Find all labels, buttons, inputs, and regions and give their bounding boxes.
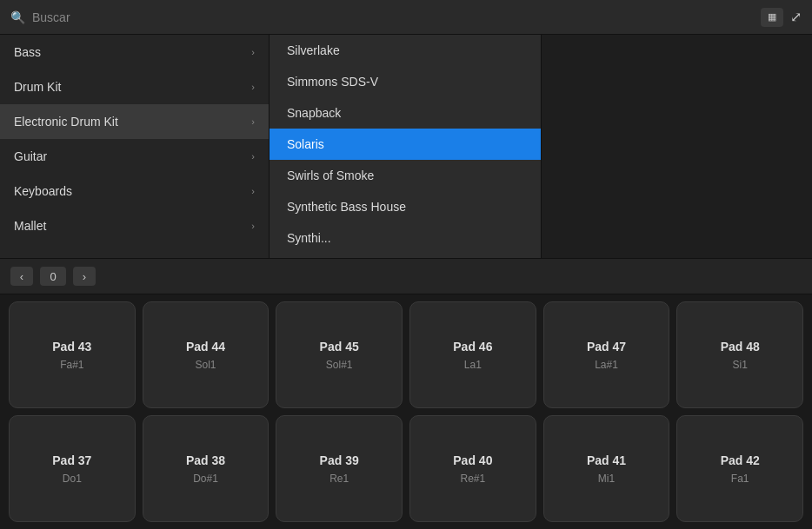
content-wrapper: Bass›Drum Kit›Electronic Drum Kit›Guitar… (0, 35, 812, 529)
pad-name: Pad 41 (587, 453, 626, 467)
pad-pad-41[interactable]: Pad 41Mi1 (543, 415, 670, 522)
prev-page-button[interactable]: ‹ (10, 267, 33, 286)
pad-note: Re#1 (461, 473, 486, 485)
dropdown-item-2[interactable]: Snapback (270, 97, 541, 129)
dropdown-item-0[interactable]: Silverlake (270, 35, 541, 66)
grid-view-button[interactable]: ▦ (761, 8, 783, 27)
pad-note: Do#1 (193, 473, 218, 485)
sidebar-item-electronic-drum-kit[interactable]: Electronic Drum Kit› (0, 104, 269, 139)
pad-pad-37[interactable]: Pad 37Do1 (9, 415, 136, 522)
search-icon: 🔍 (10, 10, 25, 24)
chevron-right-icon: › (251, 47, 255, 57)
pad-name: Pad 46 (453, 340, 492, 354)
pad-pad-47[interactable]: Pad 47La#1 (543, 301, 670, 408)
pad-name: Pad 44 (186, 340, 225, 354)
pad-pad-45[interactable]: Pad 45Sol#1 (276, 301, 403, 408)
pad-pad-46[interactable]: Pad 46La1 (409, 301, 536, 408)
pad-name: Pad 38 (186, 453, 225, 467)
pagination-bar: ‹ 0 › (0, 258, 812, 294)
pad-pad-42[interactable]: Pad 42Fa1 (676, 415, 803, 522)
sidebar-item-label: Guitar (14, 149, 47, 163)
sidebar-item-drum-kit[interactable]: Drum Kit› (0, 69, 269, 104)
dropdown-item-4[interactable]: Swirls of Smoke (270, 160, 541, 191)
chevron-right-icon: › (251, 186, 255, 196)
sidebar-item-keyboards[interactable]: Keyboards› (0, 174, 269, 208)
search-bar: 🔍 ▦ ⤢ (0, 0, 812, 35)
pad-name: Pad 45 (320, 340, 359, 354)
dropdown-item-5[interactable]: Synthetic Bass House (270, 191, 541, 222)
page-number: 0 (40, 267, 66, 286)
next-page-button[interactable]: › (73, 267, 96, 286)
sidebar-item-mallet[interactable]: Mallet› (0, 208, 269, 243)
pads-row-top: Pad 43Fa#1Pad 44Sol1Pad 45Sol#1Pad 46La1… (9, 301, 803, 408)
pad-name: Pad 48 (721, 340, 760, 354)
pad-pad-39[interactable]: Pad 39Re1 (276, 415, 403, 522)
chevron-right-icon: › (251, 116, 255, 127)
pad-note: Fa1 (731, 473, 749, 485)
dropdown-panel: SilverlakeSimmons SDS-VSnapbackSolarisSw… (270, 35, 542, 258)
sidebar-item-label: Bass (14, 45, 41, 59)
right-space (542, 35, 813, 258)
search-input[interactable] (32, 10, 754, 24)
dropdown-item-1[interactable]: Simmons SDS-V (270, 66, 541, 97)
sidebar-item-guitar[interactable]: Guitar› (0, 139, 269, 174)
pad-note: Sol1 (195, 359, 216, 371)
pad-note: Si1 (733, 359, 748, 371)
chevron-right-icon: › (251, 82, 255, 92)
dropdown-item-3[interactable]: Solaris (270, 129, 541, 160)
sidebar-item-label: Mallet (14, 219, 46, 233)
pad-name: Pad 42 (721, 453, 760, 467)
lists-area: Bass›Drum Kit›Electronic Drum Kit›Guitar… (0, 35, 812, 258)
pad-pad-44[interactable]: Pad 44Sol1 (143, 301, 270, 408)
sidebar-item-label: Drum Kit (14, 80, 61, 94)
pads-row-bottom: Pad 37Do1Pad 38Do#1Pad 39Re1Pad 40Re#1Pa… (9, 415, 803, 522)
collapse-button[interactable]: ⤢ (790, 9, 802, 25)
sidebar-item-label: Electronic Drum Kit (14, 115, 118, 129)
sidebar: Bass›Drum Kit›Electronic Drum Kit›Guitar… (0, 35, 270, 258)
dropdown-item-6[interactable]: Synthi... (270, 222, 541, 254)
pad-note: Do1 (63, 473, 82, 485)
pad-name: Pad 39 (320, 453, 359, 467)
pad-name: Pad 37 (52, 453, 91, 467)
pad-pad-48[interactable]: Pad 48Si1 (676, 301, 803, 408)
pad-note: Fa#1 (60, 359, 83, 371)
pad-note: Sol#1 (326, 359, 353, 371)
pad-note: La1 (464, 359, 482, 371)
pad-pad-40[interactable]: Pad 40Re#1 (409, 415, 536, 522)
pad-name: Pad 43 (52, 340, 91, 354)
sidebar-item-bass[interactable]: Bass› (0, 35, 269, 69)
pad-name: Pad 47 (587, 340, 626, 354)
pad-pad-38[interactable]: Pad 38Do#1 (143, 415, 270, 522)
chevron-right-icon: › (251, 151, 255, 162)
sidebar-item-label: Keyboards (14, 184, 72, 198)
pads-area: Pad 43Fa#1Pad 44Sol1Pad 45Sol#1Pad 46La1… (0, 294, 812, 529)
chevron-right-icon: › (251, 221, 255, 231)
pad-note: La#1 (595, 359, 618, 371)
pad-note: Re1 (329, 473, 349, 485)
pad-pad-43[interactable]: Pad 43Fa#1 (9, 301, 136, 408)
pad-name: Pad 40 (453, 453, 492, 467)
pad-note: Mi1 (598, 473, 615, 485)
